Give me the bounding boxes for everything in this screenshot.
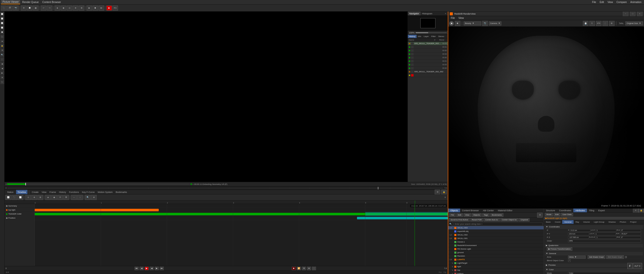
toolbar-btn-15[interactable]: ⏹ — [93, 6, 98, 11]
obj-item-random[interactable]: Random — [448, 254, 544, 258]
list-item[interactable]: 005_SKULL_TEASER_002_001.mp4 00:09 — [408, 42, 448, 45]
history-subtab-stereo[interactable]: Stereo — [437, 35, 446, 38]
history-close-btn[interactable]: × — [444, 12, 448, 15]
rs-maximize-btn[interactable]: □ — [630, 12, 635, 16]
search-input[interactable]: < Enter your search string here > — [452, 222, 543, 226]
toolbar-btn-13[interactable]: ⊞ — [79, 6, 84, 11]
play-reverse-btn[interactable]: ◀ — [150, 267, 154, 270]
sidebar-icon-2[interactable]: ⬜ — [0, 17, 4, 21]
obj-item-cloner[interactable]: Cloner.1 — [448, 240, 544, 244]
record-btn[interactable]: ⏺ — [292, 267, 296, 270]
list-item[interactable]: 00:00 — [408, 52, 448, 56]
timeline-menu-view[interactable]: View — [41, 191, 47, 193]
tl-btn-8[interactable]: ◉ — [51, 195, 57, 200]
ff-btn[interactable]: ⏭ — [160, 267, 164, 270]
tl-btn-14[interactable]: ⊕ — [91, 195, 97, 200]
toolbar-btn-7[interactable]: ↩ — [41, 6, 46, 11]
user-data-tab[interactable]: User Data — [561, 213, 573, 216]
tl-btn-9[interactable]: ⟳ — [57, 195, 63, 200]
obj-menu-bookmarks[interactable]: Bookmarks — [490, 213, 503, 217]
history-subtab-layer[interactable]: Layer — [422, 35, 430, 38]
rs-close-btn[interactable]: × — [637, 12, 642, 16]
shader-info-btn[interactable]: ? — [625, 256, 627, 258]
attr-lock-btn[interactable]: 🔒 — [638, 209, 644, 213]
list-item[interactable] — [408, 74, 448, 77]
timeline-menu-create[interactable]: Create — [31, 191, 39, 193]
main-viewport[interactable] — [5, 12, 408, 182]
rs-cam-btn[interactable]: 📷 — [482, 21, 488, 26]
tab-content-browser[interactable]: Content Browser — [460, 209, 481, 212]
sidebar-icon-12[interactable]: ◉ — [0, 62, 4, 66]
list-item[interactable]: 00:00 — [408, 66, 448, 70]
timeline-menu-fcurve[interactable]: Key F-Curve — [81, 191, 96, 193]
sidebar-icon-10[interactable]: 🔍 — [0, 53, 4, 57]
timeline-options-btn[interactable]: ⚙ — [435, 190, 440, 195]
tl-btn-1[interactable]: ⬜ — [6, 195, 11, 200]
subtab-coord[interactable]: Coord — [553, 220, 562, 224]
mode-btn[interactable]: ⬚ — [312, 267, 316, 270]
edit-shader-btn[interactable]: Edit Shader Graph — [606, 255, 624, 259]
list-item[interactable]: 00:00 — [408, 56, 448, 59]
obj-menu-edit[interactable]: Edit — [456, 213, 463, 217]
tl-btn-3[interactable]: ⬜ — [18, 195, 23, 200]
subtab-photon[interactable]: Photon — [618, 220, 628, 224]
obj-menu-tags[interactable]: Tags — [482, 213, 490, 217]
list-item[interactable]: 00:00 — [408, 49, 448, 52]
action-unpanel[interactable]: Unpanel — [519, 218, 530, 222]
obj-menu-view[interactable]: View — [464, 213, 471, 217]
mode-value[interactable]: Color — [568, 272, 641, 274]
list-item[interactable]: 00:01 — [408, 59, 448, 63]
menu-tab-render-queue[interactable]: Render Queue — [21, 0, 40, 4]
timeline-menu-motion[interactable]: Motion System — [97, 191, 114, 193]
sidebar-icon-9[interactable]: ⚙ — [0, 48, 4, 52]
obj-item-export[interactable]: export46.obj — [448, 230, 544, 233]
next-frame-btn[interactable]: ▶ — [155, 267, 159, 270]
timeline-tab-status[interactable]: Status — [6, 190, 15, 194]
tab-coordinates[interactable]: Coordinates — [557, 209, 574, 212]
timeline-menu-history[interactable]: History — [58, 191, 67, 193]
list-item[interactable]: 005_SKULL_TEASER_002_002 — [408, 70, 448, 74]
timeline-menu-frame[interactable]: Frame — [49, 191, 57, 193]
attr-options-btn[interactable]: ≡ — [633, 209, 638, 213]
obj-menu-file[interactable]: File — [449, 213, 456, 217]
scrubber-track[interactable] — [8, 188, 443, 189]
toolbar-btn-5[interactable]: 🔲 — [27, 6, 32, 11]
subtab-ray[interactable]: Ray — [574, 220, 581, 224]
rs-copy-btn[interactable]: ⎘ — [589, 21, 595, 26]
obj-item-rs-dome[interactable]: RS Dome Light — [448, 247, 544, 251]
coord-Sy[interactable]: 1 — [594, 233, 616, 235]
menu-file[interactable]: File — [591, 0, 598, 4]
tab-attributes[interactable]: Attributes — [573, 209, 587, 212]
action-reset-psr[interactable]: Reset PSR — [470, 218, 483, 222]
subtab-project[interactable]: Project — [628, 220, 638, 224]
timeline-menu-bookmarks[interactable]: Bookmarks — [115, 191, 128, 193]
rs-compare-btn[interactable]: ⊞ — [609, 21, 615, 26]
track-bar-toplight[interactable] — [35, 209, 159, 211]
sidebar-icon-15[interactable]: ⊕ — [0, 76, 4, 80]
progress-bar[interactable] — [7, 183, 190, 185]
coord-Py2[interactable]: 15.9 cm — [568, 233, 589, 235]
menu-view[interactable]: View — [606, 0, 615, 4]
history-subtab-info[interactable]: Info — [417, 35, 422, 38]
sidebar-icon-5[interactable]: 🔲 — [0, 30, 4, 34]
obj-item-bottom[interactable]: ↳ bottom — [448, 272, 544, 274]
tl-btn-6[interactable]: ⊞ — [37, 195, 43, 200]
edit-tab[interactable]: Edit — [554, 213, 560, 216]
toolbar-btn-12[interactable]: ⊕ — [73, 6, 78, 11]
toolbar-btn-8[interactable]: ↪ — [47, 6, 52, 11]
obj-item-lights[interactable]: L9 LIGHTS — [448, 258, 544, 261]
rewind-btn[interactable]: ⏮ — [135, 267, 139, 270]
action-scroll-first[interactable]: Scroll to First Active — [449, 218, 470, 222]
toolbar-btn-rs[interactable]: RS — [112, 6, 118, 11]
coord-Py[interactable]: 1 — [596, 229, 616, 232]
toolbar-btn-11[interactable]: ◎ — [67, 6, 72, 11]
rs-camera-dropdown[interactable]: Camera ▼ — [489, 21, 501, 25]
snap-btn[interactable]: ⊕ — [307, 267, 311, 270]
rs-stop-btn[interactable]: ⏹ — [455, 21, 460, 26]
toolbar-btn-2[interactable]: 🎬 — [7, 6, 13, 11]
subtab-basic[interactable]: Basic — [544, 220, 553, 224]
tl-btn-5[interactable]: ⊕ — [31, 195, 37, 200]
rs-render-button[interactable] — [449, 21, 454, 26]
tab-objects[interactable]: Objects — [448, 209, 460, 212]
tl-btn-13[interactable]: 🔍 — [85, 195, 91, 200]
